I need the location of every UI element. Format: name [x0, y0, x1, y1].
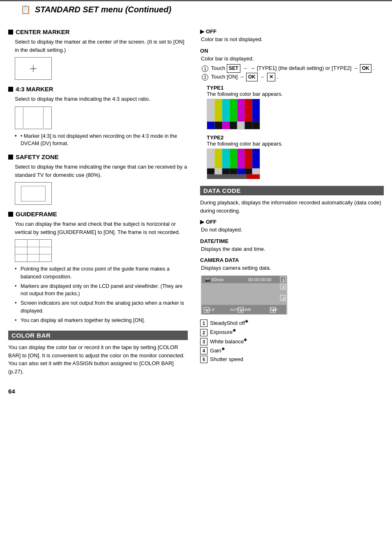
colorbar-on-heading: ON — [200, 48, 384, 54]
close-btn[interactable]: ✕ — [267, 73, 275, 81]
datetime-body: Displays the date and time. — [201, 245, 384, 253]
center-cross-svg — [21, 60, 46, 77]
svg-text:6: 6 — [206, 308, 208, 313]
colorbar-off-heading: OFF — [200, 28, 384, 35]
guideframe-bullet-4: You can display all markers together by … — [15, 317, 188, 324]
svg-text:2: 2 — [282, 285, 285, 289]
svg-text:4: 4 — [272, 308, 275, 313]
ok-btn-2[interactable]: OK — [246, 73, 258, 81]
guideframe-bullet-3: Screen indicators are not output from th… — [15, 299, 188, 315]
arrow-1: → — [243, 65, 248, 71]
legend-num-1: 1 — [200, 320, 208, 327]
svg-text:5: 5 — [240, 308, 242, 313]
colorbar-step2: 2 Touch [ON] → OK → ✕ . — [202, 73, 384, 81]
colorbar-on-body: Color bar is displayed. — [201, 55, 384, 63]
cameradata-body: Displays camera setting data. — [201, 264, 384, 272]
legend-item-4: 4 Gain✱ — [200, 347, 384, 354]
safety-zone-title: SAFETY ZONE — [8, 153, 188, 160]
43-marker-body: Select to display the frame indicating t… — [15, 95, 188, 103]
square-icon-3 — [8, 155, 13, 160]
page-header: 📋 STANDARD SET menu (Continued) — [0, 0, 392, 18]
menu-icon: 📋 — [21, 5, 31, 14]
colorbar-step1: 1 Touch SET → → [TYPE1] (the default set… — [202, 64, 384, 73]
legend-num-4: 4 — [200, 347, 208, 354]
legend-num-3: 3 — [200, 338, 208, 345]
guideframe-body: You can display the frame and check that… — [15, 220, 188, 236]
legend-item-1: 1 SteadyShot off✱ — [200, 319, 384, 327]
43-marker-diagram — [15, 107, 52, 129]
colorbar-type2-image — [207, 148, 260, 179]
legend-text-1: SteadyShot off✱ — [210, 319, 248, 326]
content-area: CENTER MARKER Select to display the mark… — [0, 22, 392, 395]
guideframe-title: GUIDEFRAME — [8, 211, 188, 218]
colorbar-options: OFF Color bar is not displayed. ON Color… — [200, 28, 384, 179]
43-inner — [23, 107, 44, 128]
safety-inner — [21, 186, 46, 201]
safety-zone-diagram — [15, 182, 52, 205]
legend-num-5: 5 — [200, 356, 208, 363]
type2-heading: TYPE2 — [207, 134, 384, 141]
colorbar-type1-image — [207, 99, 260, 130]
svg-text:1: 1 — [282, 278, 285, 282]
camera-data-svg: 📷 60min 00:00:00:00 ≈=1.8 AUTO AWB 9dB 1… — [201, 276, 287, 315]
ok-btn-1[interactable]: OK — [360, 64, 371, 73]
legend-text-2: Exposure✱ — [210, 328, 236, 335]
legend-text-3: White balance✱ — [210, 338, 247, 345]
center-marker-diagram — [15, 57, 52, 80]
center-marker-body: Select to display the marker at the cent… — [15, 38, 188, 54]
colorbar-steps: 1 Touch SET → → [TYPE1] (the default set… — [202, 64, 384, 81]
page-title: STANDARD SET menu (Continued) — [35, 5, 171, 14]
legend-item-5: 5 Shutter speed — [200, 356, 384, 363]
svg-text:📷 60min: 📷 60min — [205, 277, 224, 282]
43-note-item: • • Marker [4:3] is not displayed when r… — [15, 132, 188, 148]
page-number: 64 — [8, 388, 188, 395]
legend-item-2: 2 Exposure✱ — [200, 328, 384, 336]
legend-text-5: Shutter speed — [210, 356, 243, 362]
type1-body: The following color bar appears. — [207, 91, 384, 97]
datacode-off-heading: OFF — [200, 219, 384, 225]
guideframe-bullet-2: Markers are displayed only on the LCD pa… — [15, 282, 188, 298]
43-marker-title: 4:3 MARKER — [8, 86, 188, 93]
center-marker-title: CENTER MARKER — [8, 28, 188, 35]
svg-text:00:00:00:00: 00:00:00:00 — [248, 277, 272, 282]
colorbar-off-body: Color bar is not displayed. — [201, 35, 384, 44]
guideframe-bullets: Pointing the subject at the cross point … — [15, 265, 188, 324]
datacode-body: During playback, displays the informatio… — [200, 199, 384, 215]
safety-zone-body: Select to display the frame indicating t… — [15, 163, 188, 179]
page-wrapper: 📋 STANDARD SET menu (Continued) CENTER M… — [0, 0, 392, 395]
right-column: OFF Color bar is not displayed. ON Color… — [196, 22, 384, 395]
type2-body: The following color bar appears. — [207, 141, 384, 147]
datacode-band-title: DATA CODE — [200, 186, 384, 195]
43-note: • • Marker [4:3] is not displayed when r… — [15, 132, 188, 148]
type1-heading: TYPE1 — [207, 85, 384, 91]
datacode-off-body: Do not displayed. — [201, 226, 384, 234]
colorbar-body: You can display the color bar or record … — [8, 343, 188, 375]
square-icon-4 — [8, 212, 13, 217]
cameradata-heading: CAMERA DATA — [200, 257, 384, 263]
set-btn[interactable]: SET — [227, 64, 240, 73]
step1-num: 1 — [202, 65, 208, 72]
legend-item-3: 3 White balance✱ — [200, 338, 384, 345]
step2-num: 2 — [202, 74, 208, 81]
left-column: CENTER MARKER Select to display the mark… — [8, 22, 196, 395]
legend-text-4: Gain✱ — [210, 347, 224, 354]
camera-data-diagram-container: 📷 60min 00:00:00:00 ≈=1.8 AUTO AWB 9dB 1… — [201, 276, 384, 316]
legend-num-2: 2 — [200, 329, 208, 336]
guide-frame-svg — [15, 240, 51, 262]
colorbar-band-title: COLOR BAR — [8, 331, 188, 340]
guideframe-bullet-1: Pointing the subject at the cross point … — [15, 265, 188, 281]
svg-text:3: 3 — [282, 296, 285, 301]
square-icon-2 — [8, 87, 13, 92]
datetime-heading: DATE/TIME — [200, 238, 384, 244]
square-icon — [8, 30, 13, 35]
camera-data-legend: 1 SteadyShot off✱ 2 Exposure✱ 3 White ba… — [200, 319, 384, 363]
guideframe-diagram — [15, 239, 52, 262]
